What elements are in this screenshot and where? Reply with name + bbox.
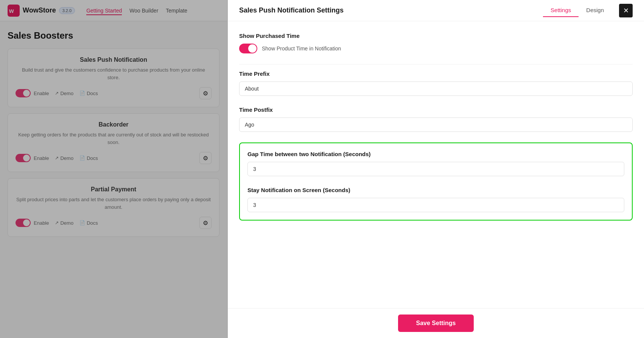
time-postfix-input[interactable] — [239, 117, 633, 132]
stay-notification-input[interactable] — [247, 198, 624, 212]
modal-footer: Save Settings — [228, 308, 644, 338]
stay-notification-label: Stay Notification on Screen (Seconds) — [247, 187, 624, 193]
time-prefix-label: Time Prefix — [239, 70, 633, 77]
modal-title: Sales Push Notification Settings — [239, 6, 543, 14]
timing-settings-green-section: Gap Time between two Notification (Secon… — [239, 142, 633, 221]
time-prefix-input[interactable] — [239, 81, 633, 96]
tab-settings[interactable]: Settings — [543, 4, 579, 17]
show-purchased-time-toggle[interactable] — [239, 44, 257, 53]
save-settings-button[interactable]: Save Settings — [398, 315, 474, 332]
time-postfix-section: Time Postfix — [239, 106, 633, 132]
modal-tabs: Settings Design — [543, 4, 611, 17]
divider-1 — [239, 64, 633, 64]
stay-notification-section: Stay Notification on Screen (Seconds) — [247, 187, 624, 212]
tab-design[interactable]: Design — [579, 4, 611, 17]
modal-header: Sales Push Notification Settings Setting… — [228, 0, 644, 21]
show-purchased-time-description: Show Product Time in Notification — [262, 45, 341, 52]
gap-time-input[interactable] — [247, 162, 624, 176]
gap-time-section: Gap Time between two Notification (Secon… — [247, 151, 624, 176]
close-button[interactable]: ✕ — [619, 4, 633, 17]
show-purchased-time-label: Show Purchased Time — [239, 33, 633, 39]
show-purchased-time-section: Show Purchased Time Show Product Time in… — [239, 33, 633, 53]
show-purchased-time-toggle-row: Show Product Time in Notification — [239, 44, 633, 53]
time-prefix-section: Time Prefix — [239, 70, 633, 96]
time-postfix-label: Time Postfix — [239, 106, 633, 113]
gap-time-label: Gap Time between two Notification (Secon… — [247, 151, 624, 157]
modal-panel: Sales Push Notification Settings Setting… — [228, 0, 644, 338]
modal-body: Show Purchased Time Show Product Time in… — [228, 21, 644, 308]
